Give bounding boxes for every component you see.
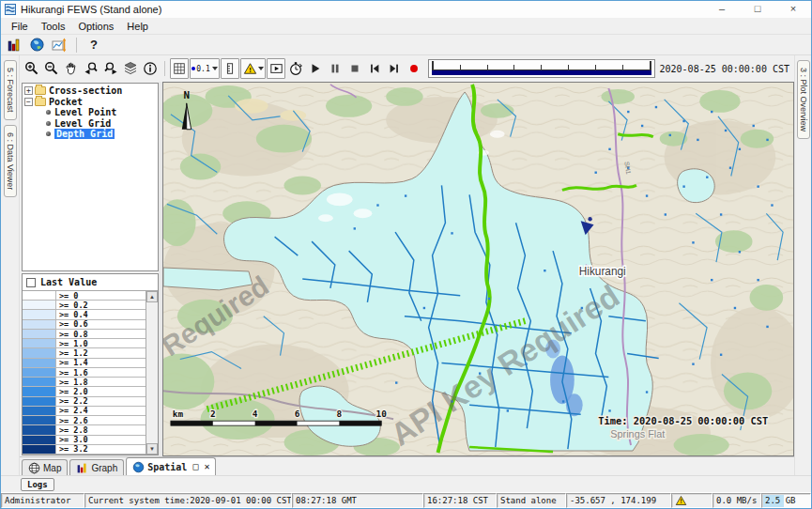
tab-plot-overview[interactable]: 3 : Plot Overview <box>797 60 810 139</box>
legend-row-label: >= 0.6 <box>56 320 146 329</box>
tree-item-cross-section[interactable]: +Cross-section <box>24 85 158 97</box>
zoom-out-button[interactable] <box>42 58 61 79</box>
logs-button[interactable]: Logs <box>21 478 54 491</box>
bar-chart-icon <box>7 38 22 53</box>
timeline-period-bar <box>432 70 651 75</box>
legend-row-label: >= 2.0 <box>56 387 146 395</box>
tab-graph[interactable]: Graph <box>69 459 124 475</box>
app-logo-icon <box>5 4 16 15</box>
pause-icon <box>329 62 342 75</box>
legend-row[interactable]: >= 0.6 <box>23 320 146 330</box>
zoom-in-button[interactable] <box>23 58 41 79</box>
legend-header: Last Value <box>23 274 158 291</box>
animation-button[interactable] <box>267 58 285 79</box>
legend-row[interactable]: >= 1.2 <box>23 348 146 358</box>
legend-row[interactable]: >= 0.2 <box>23 301 146 310</box>
legend-scrollbar[interactable]: ▲ ▼ <box>146 291 158 455</box>
svg-text:6: 6 <box>295 409 300 419</box>
tree-item-depth-grid[interactable]: Depth Grid <box>24 129 158 140</box>
stop-button[interactable] <box>345 58 364 79</box>
close-button[interactable]: × <box>775 1 811 18</box>
legend-row[interactable]: >= 1.4 <box>23 359 146 368</box>
legend-row[interactable]: >= 2.0 <box>23 387 146 396</box>
play-button[interactable] <box>306 58 325 79</box>
zoom-previous-button[interactable] <box>82 58 100 79</box>
database-viewer-button[interactable] <box>5 37 23 54</box>
ruler-button[interactable] <box>221 58 239 79</box>
legend-row[interactable]: >= 2.2 <box>23 397 146 407</box>
status-warning[interactable]: ! <box>671 493 712 508</box>
tab-data-viewer[interactable]: 6 : Data Viewer <box>4 125 17 197</box>
legend-row[interactable]: >= 1.6 <box>23 368 146 378</box>
zoom-next-button[interactable] <box>101 58 120 79</box>
maximize-button[interactable]: □ <box>740 1 775 18</box>
warning-dropdown[interactable]: ! <box>240 58 266 79</box>
left-panel: +Cross-section −Pocket Level Point Level… <box>20 82 159 456</box>
map-toolbar: 0.1 ! 2020-08-25 00:00:00 CST <box>20 55 794 82</box>
collapse-icon[interactable]: − <box>24 98 33 106</box>
expand-icon[interactable]: + <box>24 86 33 95</box>
dot-icon <box>192 67 195 70</box>
pan-button[interactable] <box>62 58 81 79</box>
step-back-button[interactable] <box>365 58 384 79</box>
logs-row: Logs <box>1 475 811 492</box>
legend-row[interactable]: >= 2.8 <box>23 425 146 435</box>
scroll-up-icon[interactable]: ▲ <box>146 291 158 302</box>
restore-icon[interactable]: □ <box>192 462 198 471</box>
menu-options[interactable]: Options <box>71 20 120 33</box>
question-icon: ? <box>90 38 98 52</box>
current-time-label: 2020-08-25 00:00:00 CST <box>660 64 789 74</box>
legend-row[interactable]: >= 2.6 <box>23 416 146 425</box>
record-button[interactable] <box>405 58 423 79</box>
menu-tools[interactable]: Tools <box>35 20 72 33</box>
menu-help[interactable]: Help <box>120 20 155 33</box>
last-value-checkbox[interactable] <box>26 278 36 287</box>
scroll-down-icon[interactable]: ▼ <box>146 443 158 455</box>
legend-row-label: >= 2.8 <box>56 425 146 434</box>
legend-rows: >= 0>= 0.2>= 0.4>= 0.6>= 0.8>= 1.0>= 1.2… <box>23 291 146 455</box>
legend-row[interactable]: >= 3.0 <box>23 436 146 445</box>
menu-file[interactable]: File <box>5 20 35 33</box>
legend-color-swatch <box>23 330 56 338</box>
legend-row[interactable]: >= 3.2 <box>23 445 146 455</box>
tab-map[interactable]: Map <box>22 459 68 475</box>
legend-row[interactable]: >= 0.8 <box>23 330 146 339</box>
tab-forecast[interactable]: 5 : Forecast <box>4 60 17 120</box>
tree-item-level-point[interactable]: Level Point <box>24 107 158 118</box>
menu-bar: File Tools Options Help <box>1 18 811 35</box>
legend-row-label: >= 1.4 <box>56 359 146 367</box>
legend-row[interactable]: >= 0.4 <box>23 310 146 319</box>
spatial-display-button[interactable] <box>50 37 69 54</box>
legend-row[interactable]: >= 1.0 <box>23 339 146 348</box>
legend-row-label: >= 3.2 <box>56 445 146 454</box>
tree-item-level-grid[interactable]: Level Grid <box>24 118 158 130</box>
help-button[interactable]: ? <box>84 37 103 54</box>
legend-row[interactable]: >= 0 <box>23 291 146 301</box>
tab-spatial[interactable]: Spatial □ ✕ <box>126 457 216 475</box>
pause-button[interactable] <box>326 58 345 79</box>
timeline-slider[interactable] <box>428 59 655 78</box>
timer-button[interactable] <box>286 58 305 79</box>
grid-display-button[interactable] <box>170 58 189 79</box>
legend-row[interactable]: >= 2.4 <box>23 407 146 416</box>
map-display-button[interactable] <box>27 37 46 54</box>
legend-row-label: >= 0.4 <box>56 310 146 318</box>
legend-row-label: >= 2.6 <box>56 416 146 424</box>
minimize-button[interactable]: – <box>704 1 740 18</box>
map-time-label: Time: 2020-08-25 00:00:00 CST <box>598 415 768 426</box>
chevron-down-icon <box>258 67 264 70</box>
contour-value-dropdown[interactable]: 0.1 <box>190 58 220 79</box>
legend-color-swatch <box>23 359 56 367</box>
layers-button[interactable] <box>121 58 140 79</box>
spatial-chart-icon <box>52 38 67 53</box>
tree-item-label: Cross-section <box>49 85 122 96</box>
close-icon[interactable]: ✕ <box>204 462 209 471</box>
legend-row[interactable]: >= 1.8 <box>23 378 146 387</box>
clock-icon <box>288 61 303 76</box>
info-button[interactable] <box>141 58 160 79</box>
step-forward-button[interactable] <box>385 58 404 79</box>
globe-wire-icon <box>28 462 40 474</box>
tree-item-pocket[interactable]: −Pocket <box>24 97 158 108</box>
map-view[interactable]: Hikurangi Springs Flat SH1 API Key Requi… <box>162 82 794 456</box>
legend-row-label: >= 1.6 <box>56 368 146 377</box>
